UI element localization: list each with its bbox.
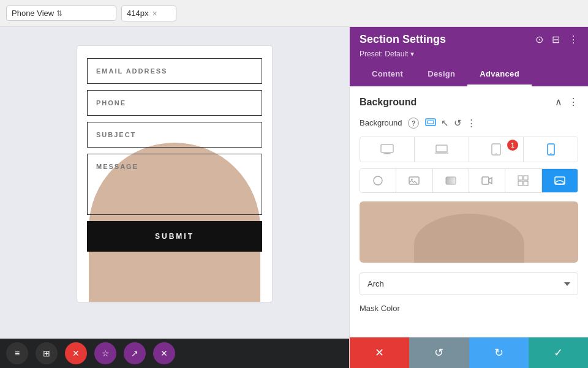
svg-rect-5 bbox=[436, 145, 447, 152]
svg-rect-2 bbox=[381, 145, 393, 152]
close-x-icon[interactable]: × bbox=[152, 9, 157, 18]
bottom-star-btn[interactable]: ☆ bbox=[94, 342, 116, 364]
chevron-updown-icon: ⇅ bbox=[56, 9, 62, 18]
svg-rect-14 bbox=[482, 177, 489, 184]
svg-point-10 bbox=[374, 176, 382, 185]
mask-style-select[interactable]: Arch Circle Wave Triangle bbox=[360, 272, 578, 295]
section-title: Background bbox=[360, 97, 417, 108]
bottom-export-btn[interactable]: ↗ bbox=[124, 342, 146, 364]
bottom-menu-btn[interactable]: ≡ bbox=[6, 342, 28, 364]
device-laptop-btn[interactable] bbox=[415, 137, 469, 162]
badge-1: 1 bbox=[507, 140, 518, 151]
canvas-area: SUBMIT ≡ ⊞ ✕ ☆ ↗ ✕ bbox=[0, 27, 349, 368]
bottom-close-btn[interactable]: ✕ bbox=[65, 342, 87, 364]
px-value: 414px bbox=[127, 9, 148, 18]
preview-arch bbox=[414, 214, 524, 263]
img-type-row bbox=[360, 168, 578, 193]
bg-options-icon[interactable]: ⋮ bbox=[467, 118, 476, 129]
panel-header: Section Settings ⊙ ⊟ ⋮ Preset: Default ▾… bbox=[350, 27, 588, 86]
bg-label: Background bbox=[360, 118, 402, 127]
svg-rect-18 bbox=[524, 181, 528, 186]
img-type-video-btn[interactable] bbox=[469, 169, 505, 192]
panel-bottom-actions: ✕ ↺ ↻ ✓ bbox=[350, 337, 588, 368]
submit-button[interactable]: SUBMIT bbox=[87, 221, 262, 252]
px-input[interactable]: 414px × bbox=[121, 6, 176, 21]
panel-title: Section Settings bbox=[360, 33, 446, 46]
mask-color-label: Mask Color bbox=[360, 304, 400, 313]
target-icon[interactable]: ⊙ bbox=[535, 34, 543, 45]
layout-icon[interactable]: ⊟ bbox=[552, 34, 560, 45]
tab-advanced[interactable]: Advanced bbox=[467, 63, 532, 86]
form-fields: SUBMIT bbox=[77, 46, 272, 258]
bottom-x-btn[interactable]: ✕ bbox=[153, 342, 175, 364]
redo-button[interactable]: ↻ bbox=[469, 337, 529, 368]
panel-header-icons: ⊙ ⊟ ⋮ bbox=[535, 34, 578, 45]
svg-rect-13 bbox=[446, 177, 456, 184]
canvas-bottom-toolbar: ≡ ⊞ ✕ ☆ ↗ ✕ bbox=[0, 339, 349, 368]
undo-button[interactable]: ↺ bbox=[409, 337, 469, 368]
help-icon[interactable]: ? bbox=[408, 118, 419, 129]
panel-preset[interactable]: Preset: Default ▾ bbox=[360, 50, 578, 58]
svg-rect-1 bbox=[428, 121, 434, 124]
img-type-image-btn[interactable] bbox=[396, 169, 432, 192]
device-row: 1 bbox=[360, 137, 578, 162]
bg-cursor-icon[interactable]: ↖ bbox=[441, 118, 449, 129]
bg-row: Background ? ↖ ↺ ⋮ bbox=[360, 116, 578, 129]
phone-field[interactable] bbox=[87, 90, 262, 116]
img-type-mask-btn[interactable] bbox=[542, 169, 578, 192]
panel-body: Background ∧ ⋮ Background ? bbox=[350, 86, 588, 337]
bg-responsive-icon[interactable] bbox=[425, 116, 436, 129]
right-panel: Section Settings ⊙ ⊟ ⋮ Preset: Default ▾… bbox=[349, 27, 588, 368]
section-more-icon[interactable]: ⋮ bbox=[568, 96, 578, 108]
section-header-right: ∧ ⋮ bbox=[555, 96, 578, 108]
svg-point-12 bbox=[411, 179, 413, 181]
tab-content[interactable]: Content bbox=[360, 63, 415, 86]
preview-box bbox=[360, 201, 578, 263]
svg-rect-11 bbox=[409, 177, 419, 184]
confirm-button[interactable]: ✓ bbox=[529, 337, 588, 368]
view-selector[interactable]: Phone View ⇅ bbox=[6, 6, 116, 21]
section-header: Background ∧ ⋮ bbox=[360, 96, 578, 108]
more-icon[interactable]: ⋮ bbox=[568, 34, 578, 45]
bottom-grid-btn[interactable]: ⊞ bbox=[36, 342, 58, 364]
svg-point-9 bbox=[550, 153, 551, 154]
device-mobile-btn[interactable] bbox=[524, 137, 578, 162]
device-tablet-btn[interactable]: 1 bbox=[469, 137, 524, 162]
svg-rect-16 bbox=[524, 176, 528, 180]
view-selector-label: Phone View bbox=[12, 9, 54, 18]
email-field[interactable] bbox=[87, 58, 262, 84]
svg-rect-15 bbox=[518, 176, 522, 180]
img-type-pattern-btn[interactable] bbox=[505, 169, 541, 192]
bg-icon-group: ↖ ↺ ⋮ bbox=[425, 116, 476, 129]
collapse-icon[interactable]: ∧ bbox=[555, 96, 562, 108]
panel-tabs: Content Design Advanced bbox=[360, 63, 578, 86]
device-desktop-btn[interactable] bbox=[360, 137, 415, 162]
svg-rect-17 bbox=[518, 181, 522, 186]
bg-reset-icon[interactable]: ↺ bbox=[454, 118, 462, 129]
svg-point-7 bbox=[496, 153, 497, 154]
panel-header-top: Section Settings ⊙ ⊟ ⋮ bbox=[360, 33, 578, 46]
img-type-color-btn[interactable] bbox=[360, 169, 396, 192]
main-area: SUBMIT ≡ ⊞ ✕ ☆ ↗ ✕ Section Settings ⊙ ⊟ … bbox=[0, 27, 588, 368]
top-toolbar: Phone View ⇅ 414px × bbox=[0, 0, 588, 27]
message-field[interactable] bbox=[87, 154, 262, 215]
img-type-gradient-btn[interactable] bbox=[433, 169, 469, 192]
tab-design[interactable]: Design bbox=[415, 63, 467, 86]
phone-frame: SUBMIT bbox=[77, 45, 273, 302]
cancel-button[interactable]: ✕ bbox=[350, 337, 409, 368]
subject-field[interactable] bbox=[87, 122, 262, 148]
